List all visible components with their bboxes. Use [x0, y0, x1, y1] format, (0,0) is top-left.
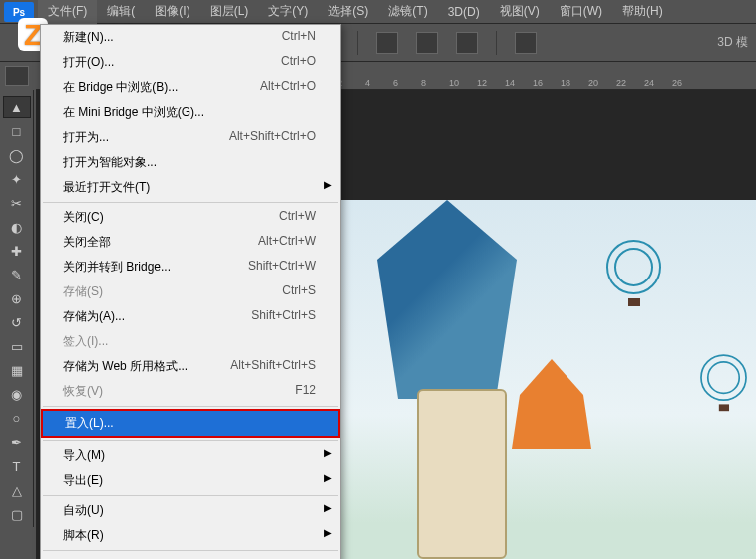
opt-icon-8[interactable] — [376, 32, 398, 54]
menu-item-Web[interactable]: 存储为 Web 所用格式...Alt+Shift+Ctrl+S — [41, 354, 340, 379]
menu-item-C[interactable]: 关闭(C)Ctrl+W — [41, 205, 340, 230]
menu-separator — [43, 495, 338, 496]
menu-select[interactable]: 选择(S) — [318, 0, 378, 24]
menu-item-BridgeB[interactable]: 在 Bridge 中浏览(B)...Alt+Ctrl+O — [41, 75, 340, 100]
tool-crop[interactable]: ✂ — [3, 192, 31, 214]
tool-type[interactable]: T — [3, 455, 31, 477]
menu-item-V: 恢复(V)F12 — [41, 379, 340, 404]
menu-3d[interactable]: 3D(D) — [438, 1, 490, 23]
menu-item-[interactable]: 打开为智能对象... — [41, 150, 340, 175]
tool-move[interactable]: ▲ — [3, 96, 31, 118]
menu-window[interactable]: 窗口(W) — [550, 0, 612, 24]
menu-separator — [43, 440, 338, 441]
menu-item-label: 恢复(V) — [63, 383, 103, 400]
menu-item-MiniBridgeG[interactable]: 在 Mini Bridge 中浏览(G)... — [41, 100, 340, 125]
ruler-mark: 26 — [672, 78, 682, 88]
tool-history[interactable]: ↺ — [3, 311, 31, 333]
ruler-mark: 24 — [644, 78, 654, 88]
tool-wand[interactable]: ✦ — [3, 168, 31, 190]
tool-dodge[interactable]: ○ — [3, 407, 31, 429]
menu-item-shortcut: Shift+Ctrl+W — [248, 259, 316, 276]
menu-item-label: 自动(U) — [63, 502, 104, 519]
menu-item-label: 最近打开文件(T) — [63, 179, 150, 196]
tool-heal[interactable]: ✚ — [3, 240, 31, 262]
menu-item-I: 签入(I)... — [41, 329, 340, 354]
tool-pen[interactable]: ✒ — [3, 431, 31, 453]
menu-layer[interactable]: 图层(L) — [200, 0, 259, 24]
menu-item-label: 存储为(A)... — [63, 308, 125, 325]
ruler-mark: 10 — [449, 78, 459, 88]
menu-item-Bridge[interactable]: 关闭并转到 Bridge...Shift+Ctrl+W — [41, 255, 340, 280]
menubar: 文件(F) 编辑( 图像(I) 图层(L) 文字(Y) 选择(S) 滤镜(T) … — [0, 0, 756, 24]
tool-blur[interactable]: ◉ — [3, 383, 31, 405]
castle-1 — [377, 200, 517, 399]
menu-item-F[interactable]: 文件简介(F)...Alt+Shift+Ctrl+I — [41, 553, 340, 559]
ruler-mark: 22 — [616, 78, 626, 88]
tool-stamp[interactable]: ⊕ — [3, 287, 31, 309]
ruler-mark: 6 — [393, 78, 398, 88]
castle-body — [417, 389, 507, 559]
menu-item-label: 签入(I)... — [63, 333, 108, 350]
menu-item-shortcut: Ctrl+N — [282, 29, 316, 46]
menu-item-A[interactable]: 存储为(A)...Shift+Ctrl+S — [41, 304, 340, 329]
menu-item-label: 置入(L)... — [65, 415, 114, 432]
menu-item-label: 脚本(R) — [63, 527, 104, 544]
opt-sep — [357, 31, 358, 55]
menu-filter[interactable]: 滤镜(T) — [378, 0, 437, 24]
opt-icon-11[interactable] — [515, 32, 537, 54]
menu-item-[interactable]: 关闭全部Alt+Ctrl+W — [41, 230, 340, 255]
menu-separator — [43, 406, 338, 407]
menu-item-L[interactable]: 置入(L)... — [41, 409, 340, 438]
opt-icon-9[interactable] — [416, 32, 438, 54]
menu-item-label: 导出(E) — [63, 472, 103, 489]
app-logo: Ps — [4, 2, 34, 22]
options-right-label: 3D 模 — [717, 34, 756, 51]
ruler-mark: 8 — [421, 78, 426, 88]
ruler-mark: 14 — [505, 78, 515, 88]
menu-help[interactable]: 帮助(H) — [612, 0, 673, 24]
menu-item-[interactable]: 打开为...Alt+Shift+Ctrl+O — [41, 125, 340, 150]
menu-image[interactable]: 图像(I) — [145, 0, 199, 24]
balloon-2 — [700, 354, 747, 414]
mini-button[interactable] — [5, 66, 29, 86]
ruler-mark: 16 — [533, 78, 543, 88]
tool-path[interactable]: △ — [3, 479, 31, 501]
menu-item-shortcut: Ctrl+O — [281, 54, 316, 71]
ruler-mark: 4 — [365, 78, 370, 88]
tool-rectangle[interactable]: ▢ — [3, 503, 31, 525]
document-canvas[interactable] — [337, 200, 756, 559]
tool-lasso[interactable]: ◯ — [3, 144, 31, 166]
tool-gradient[interactable]: ▦ — [3, 359, 31, 381]
menu-edit[interactable]: 编辑( — [97, 0, 145, 24]
tool-marquee[interactable]: □ — [3, 120, 31, 142]
menu-type[interactable]: 文字(Y) — [258, 0, 318, 24]
opt-icon-10[interactable] — [456, 32, 478, 54]
balloon-1 — [606, 240, 661, 309]
menu-item-shortcut: Alt+Shift+Ctrl+S — [230, 358, 316, 375]
file-menu-dropdown: 新建(N)...Ctrl+N打开(O)...Ctrl+O在 Bridge 中浏览… — [40, 24, 341, 559]
menu-item-E[interactable]: 导出(E)▶ — [41, 468, 340, 493]
menu-item-shortcut: F12 — [295, 383, 316, 400]
submenu-arrow-icon: ▶ — [324, 179, 332, 190]
menu-item-M[interactable]: 导入(M)▶ — [41, 443, 340, 468]
menu-item-T[interactable]: 最近打开文件(T)▶ — [41, 175, 340, 200]
tool-eraser[interactable]: ▭ — [3, 335, 31, 357]
menu-file[interactable]: 文件(F) — [38, 0, 97, 24]
menu-item-shortcut: Alt+Ctrl+O — [260, 79, 316, 96]
menu-item-shortcut: Ctrl+S — [282, 283, 316, 300]
tool-brush[interactable]: ✎ — [3, 264, 31, 285]
menu-item-shortcut: Ctrl+W — [279, 209, 316, 226]
menu-item-N[interactable]: 新建(N)...Ctrl+N — [41, 25, 340, 50]
menu-item-shortcut: Shift+Ctrl+S — [251, 308, 316, 325]
ruler-mark: 20 — [588, 78, 598, 88]
ruler-mark: 12 — [477, 78, 487, 88]
menu-item-U[interactable]: 自动(U)▶ — [41, 498, 340, 523]
menu-item-label: 打开(O)... — [63, 54, 114, 71]
menu-item-R[interactable]: 脚本(R)▶ — [41, 523, 340, 548]
menu-view[interactable]: 视图(V) — [490, 0, 550, 24]
menu-item-O[interactable]: 打开(O)...Ctrl+O — [41, 50, 340, 75]
submenu-arrow-icon: ▶ — [324, 472, 332, 483]
castle-roof — [512, 359, 591, 449]
menu-item-label: 在 Mini Bridge 中浏览(G)... — [63, 104, 204, 121]
tool-eyedropper[interactable]: ◐ — [3, 216, 31, 238]
